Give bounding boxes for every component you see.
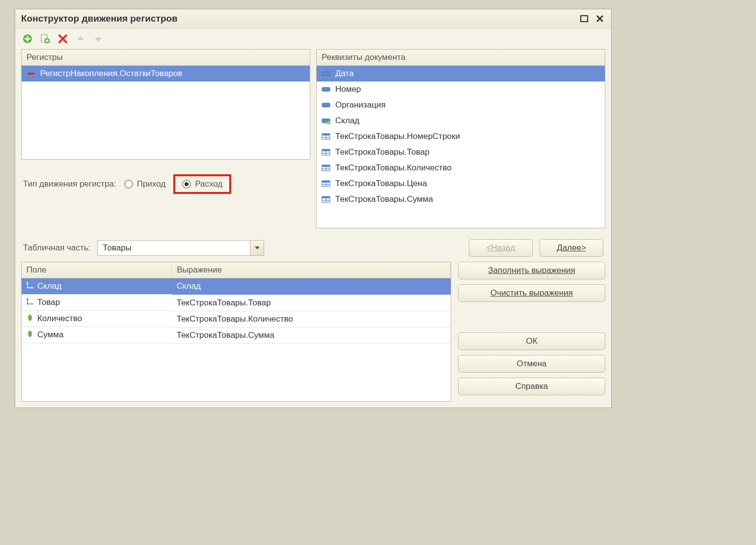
- tabular-dropdown[interactable]: Товары: [97, 240, 264, 256]
- add-page-button[interactable]: [39, 32, 52, 45]
- radio-icon: [182, 180, 191, 189]
- next-button[interactable]: Далее>: [540, 239, 603, 257]
- svg-rect-16: [322, 87, 330, 91]
- dialog-window: Конструктор движения регистров: [15, 9, 612, 408]
- svg-point-52: [28, 331, 31, 337]
- field-green-icon: [322, 117, 330, 124]
- svg-point-50: [27, 303, 28, 305]
- radio-expense[interactable]: Расход: [182, 179, 222, 189]
- attribute-item-label: Организация: [335, 100, 386, 110]
- move-up-button[interactable]: [74, 32, 87, 45]
- register-item-label: РегистрНакопления.ОстаткиТоваров: [40, 69, 183, 79]
- attribute-item-label: Номер: [335, 84, 361, 94]
- svg-rect-0: [581, 16, 588, 22]
- tabular-label: Табличная часть:: [23, 243, 90, 253]
- delete-button[interactable]: [56, 32, 69, 45]
- field-blue-icon: [322, 70, 330, 77]
- expression-cell[interactable]: Склад: [172, 278, 451, 295]
- toolbar: [15, 28, 611, 49]
- maximize-icon[interactable]: [579, 13, 590, 24]
- attribute-item[interactable]: ТекСтрокаТовары.НомерСтроки: [317, 129, 605, 144]
- resource-icon: [27, 330, 33, 340]
- table-row[interactable]: СуммаТекСтрокаТовары.Сумма: [22, 327, 451, 343]
- dimension-icon: [27, 281, 33, 291]
- attribute-item-label: ТекСтрокаТовары.Количество: [335, 163, 452, 173]
- attribute-item-label: Дата: [335, 69, 354, 79]
- attribute-item[interactable]: ТекСтрокаТовары.Цена: [317, 176, 605, 191]
- attributes-panel: Реквизиты документа ДатаНомерОрганизация…: [316, 49, 605, 228]
- table-blue-icon: [322, 164, 330, 171]
- svg-rect-17: [322, 103, 330, 107]
- titlebar: Конструктор движения регистров: [15, 9, 611, 28]
- attribute-item[interactable]: ТекСтрокаТовары.Сумма: [317, 191, 605, 207]
- radio-expense-label: Расход: [195, 179, 222, 189]
- tabular-value: Товары: [98, 243, 250, 253]
- col-field[interactable]: Поле: [22, 262, 172, 278]
- field-blue-icon: [322, 102, 330, 109]
- registers-panel: Регистры РегистрНакопления.ОстаткиТоваро…: [21, 49, 310, 160]
- field-name: Товар: [37, 298, 60, 307]
- back-button[interactable]: <Назад: [469, 239, 533, 257]
- mapping-table: Поле Выражение СкладСкладТоварТекСтрокаТ…: [22, 262, 451, 344]
- svg-marker-12: [77, 35, 84, 40]
- movement-type-row: Тип движения регистра: Приход Расход: [21, 160, 310, 197]
- svg-rect-5: [25, 38, 30, 40]
- clear-expressions-button[interactable]: Очистить выражения: [458, 284, 605, 302]
- radio-icon: [124, 180, 133, 189]
- attribute-item-label: ТекСтрокаТовары.Товар: [335, 147, 430, 157]
- attribute-item[interactable]: Номер: [317, 82, 605, 97]
- svg-point-45: [27, 287, 28, 289]
- attribute-item[interactable]: Дата: [317, 66, 605, 82]
- svg-marker-44: [31, 287, 33, 289]
- radio-income-label: Приход: [137, 179, 165, 189]
- attribute-item-label: ТекСтрокаТовары.НомерСтроки: [335, 132, 460, 141]
- cancel-button[interactable]: Отмена: [458, 355, 605, 373]
- table-blue-icon: [322, 149, 330, 156]
- table-blue-icon: [322, 196, 330, 203]
- col-expr[interactable]: Выражение: [172, 262, 451, 278]
- field-blue-icon: [322, 86, 330, 93]
- radio-income[interactable]: Приход: [124, 179, 165, 189]
- field-name: Сумма: [37, 330, 63, 340]
- dimension-icon: [27, 298, 33, 307]
- ok-button[interactable]: ОК: [458, 332, 605, 350]
- registers-header: Регистры: [22, 50, 310, 66]
- move-down-button[interactable]: [92, 32, 105, 45]
- expression-cell[interactable]: ТекСтрокаТовары.Товар: [172, 295, 451, 311]
- mapping-table-panel: Поле Выражение СкладСкладТоварТекСтрокаТ…: [21, 262, 451, 402]
- table-row[interactable]: КоличествоТекСтрокаТовары.Количество: [22, 311, 451, 327]
- svg-rect-14: [27, 73, 34, 75]
- svg-marker-47: [27, 298, 28, 300]
- attribute-item-label: Склад: [335, 116, 359, 126]
- expression-cell[interactable]: ТекСтрокаТовары.Количество: [172, 311, 451, 327]
- field-name: Количество: [37, 314, 82, 324]
- minus-icon: [27, 70, 35, 77]
- table-blue-icon: [322, 180, 330, 187]
- help-button[interactable]: Справка: [458, 378, 605, 395]
- window-title: Конструктор движения регистров: [21, 13, 579, 24]
- expression-cell[interactable]: ТекСтрокаТовары.Сумма: [172, 327, 451, 343]
- close-icon[interactable]: [594, 13, 605, 24]
- radio-expense-highlight: Расход: [173, 174, 231, 194]
- movement-type-label: Тип движения регистра:: [23, 179, 116, 189]
- table-blue-icon: [322, 133, 330, 140]
- chevron-down-icon[interactable]: [250, 241, 264, 255]
- svg-marker-13: [95, 37, 102, 42]
- svg-point-51: [28, 315, 31, 321]
- attribute-item[interactable]: Организация: [317, 97, 605, 113]
- table-row[interactable]: СкладСклад: [22, 278, 451, 295]
- attributes-header: Реквизиты документа: [317, 50, 605, 66]
- attribute-item[interactable]: Склад: [317, 113, 605, 129]
- attribute-item[interactable]: ТекСтрокаТовары.Количество: [317, 160, 605, 176]
- attribute-item[interactable]: ТекСтрокаТовары.Товар: [317, 144, 605, 160]
- register-item[interactable]: РегистрНакопления.ОстаткиТоваров: [22, 66, 310, 82]
- svg-marker-42: [27, 282, 28, 284]
- svg-rect-15: [322, 72, 330, 76]
- table-row[interactable]: ТоварТекСтрокаТовары.Товар: [22, 295, 451, 311]
- svg-marker-49: [31, 303, 33, 305]
- svg-marker-40: [255, 246, 260, 249]
- fill-expressions-button[interactable]: Заполнить выражения: [458, 262, 605, 279]
- attribute-item-label: ТекСтрокаТовары.Цена: [335, 179, 427, 189]
- add-button[interactable]: [21, 32, 34, 45]
- field-name: Склад: [37, 281, 61, 291]
